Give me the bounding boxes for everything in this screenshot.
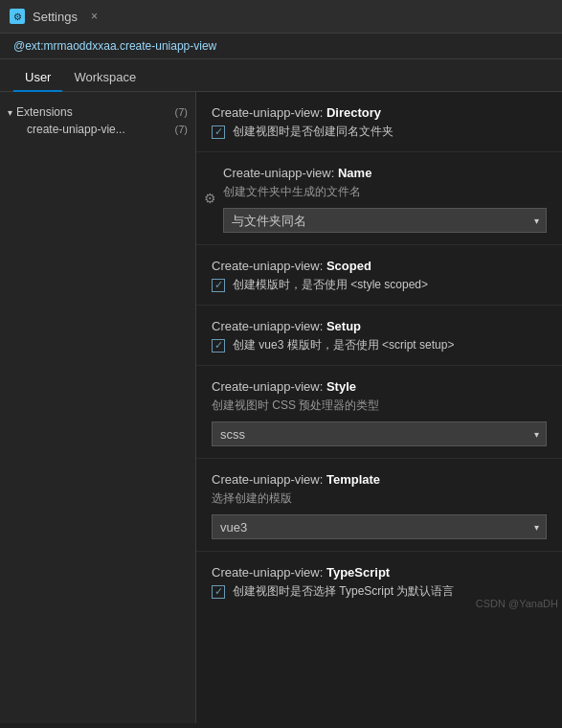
setting-setup-title: Create-uniapp-view: Setup	[212, 319, 547, 333]
settings-content: Create-uniapp-view: Directory 创建视图时是否创建同…	[196, 92, 562, 723]
title-bar-title: Settings	[33, 10, 78, 24]
setting-setup-checkbox[interactable]	[212, 339, 225, 353]
setting-setup: Create-uniapp-view: Setup 创建 vue3 模版时，是否…	[196, 306, 562, 366]
sidebar: ▾ Extensions (7) create-uniapp-vie... (7…	[0, 92, 196, 723]
setting-scoped: Create-uniapp-view: Scoped 创建模版时，是否使用 <s…	[196, 245, 562, 306]
setting-template-dropdown[interactable]: vue3 vue2	[212, 514, 547, 539]
main-layout: ▾ Extensions (7) create-uniapp-vie... (7…	[0, 92, 562, 723]
breadcrumb: @ext:mrmaoddxxaa.create-uniapp-view	[0, 34, 562, 59]
setting-template-desc: 选择创建的模版	[212, 490, 547, 507]
setting-template-key: Template	[326, 472, 380, 487]
setting-name: ⚙ Create-uniapp-view: Name 创建文件夹中生成的文件名 …	[196, 152, 562, 245]
setting-typescript-title: Create-uniapp-view: TypeScript	[212, 565, 547, 580]
setting-directory-key: Directory	[326, 105, 381, 120]
settings-icon: ⚙	[10, 9, 25, 24]
setting-template-title: Create-uniapp-view: Template	[212, 472, 547, 487]
setting-style-desc: 创建视图时 CSS 预处理器的类型	[212, 398, 547, 414]
sidebar-group-extensions: ▾ Extensions (7) create-uniapp-vie... (7…	[0, 100, 195, 142]
setting-template-dropdown-wrapper: vue3 vue2 ▾	[212, 514, 547, 539]
setting-directory-title: Create-uniapp-view: Directory	[212, 105, 547, 120]
setting-style-key: Style	[326, 379, 356, 394]
setting-directory-checkbox-label: 创建视图时是否创建同名文件夹	[233, 124, 393, 140]
setting-name-desc: 创建文件夹中生成的文件名	[223, 184, 547, 200]
setting-style: Create-uniapp-view: Style 创建视图时 CSS 预处理器…	[196, 366, 562, 459]
setting-directory-checkbox-row: 创建视图时是否创建同名文件夹	[212, 124, 547, 140]
setting-setup-key: Setup	[326, 319, 361, 333]
sidebar-group-header-extensions[interactable]: ▾ Extensions (7)	[0, 103, 195, 121]
setting-template: Create-uniapp-view: Template 选择创建的模版 vue…	[196, 459, 562, 552]
setting-scoped-key: Scoped	[326, 259, 371, 273]
tab-workspace[interactable]: Workspace	[62, 64, 147, 92]
setting-scoped-checkbox-label: 创建模版时，是否使用 <style scoped>	[233, 277, 428, 293]
collapse-arrow-icon: ▾	[8, 107, 12, 118]
setting-typescript-checkbox-label: 创建视图时是否选择 TypeScript 为默认语言	[233, 583, 454, 600]
setting-typescript: Create-uniapp-view: TypeScript 创建视图时是否选择…	[196, 552, 562, 611]
title-bar: ⚙ Settings ×	[0, 0, 562, 34]
close-button[interactable]: ×	[91, 10, 98, 23]
setting-typescript-checkbox[interactable]	[212, 585, 225, 599]
setting-style-dropdown-wrapper: scss less stylus css ▾	[212, 421, 547, 446]
setting-scoped-checkbox[interactable]	[212, 279, 225, 292]
setting-name-dropdown[interactable]: 与文件夹同名 index main	[223, 208, 547, 233]
setting-directory-checkbox[interactable]	[212, 125, 225, 139]
setting-style-title: Create-uniapp-view: Style	[212, 379, 547, 394]
gear-icon[interactable]: ⚙	[204, 191, 216, 206]
setting-typescript-key: TypeScript	[326, 565, 390, 580]
setting-scoped-title: Create-uniapp-view: Scoped	[212, 259, 547, 273]
setting-name-dropdown-wrapper: 与文件夹同名 index main ▾	[223, 208, 547, 233]
watermark: CSDN @YanaDH	[476, 598, 558, 609]
tab-bar: User Workspace	[0, 59, 562, 92]
setting-scoped-checkbox-row: 创建模版时，是否使用 <style scoped>	[212, 277, 547, 293]
setting-setup-checkbox-label: 创建 vue3 模版时，是否使用 <script setup>	[233, 337, 454, 353]
setting-setup-checkbox-row: 创建 vue3 模版时，是否使用 <script setup>	[212, 337, 547, 353]
sidebar-group-count: (7)	[175, 106, 188, 118]
sidebar-item-create-uniapp-view[interactable]: create-uniapp-vie... (7)	[0, 121, 195, 138]
setting-directory: Create-uniapp-view: Directory 创建视图时是否创建同…	[196, 92, 562, 152]
sidebar-item-count: (7)	[175, 124, 188, 135]
tab-user[interactable]: User	[13, 64, 62, 92]
setting-style-dropdown[interactable]: scss less stylus css	[212, 421, 547, 446]
sidebar-group-label: Extensions	[16, 105, 171, 119]
setting-name-title: Create-uniapp-view: Name	[223, 166, 547, 180]
setting-name-key: Name	[338, 166, 371, 180]
sidebar-item-label: create-uniapp-vie...	[27, 123, 171, 136]
